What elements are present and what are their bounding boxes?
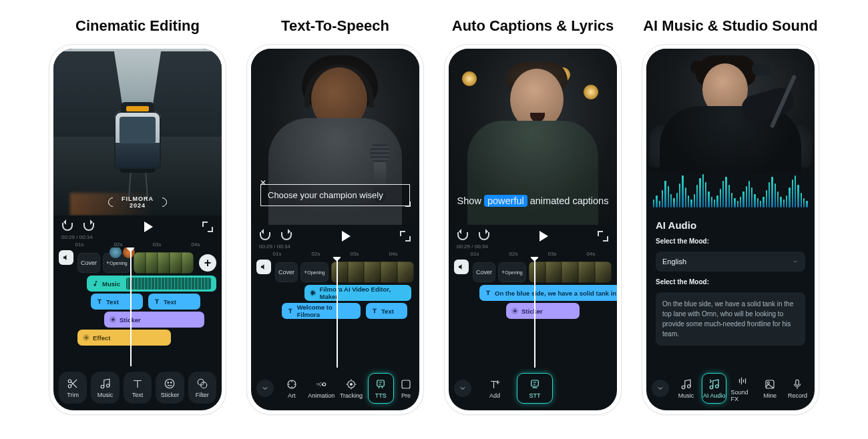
- section-title: AI Audio: [656, 220, 805, 231]
- text-button[interactable]: Text: [124, 372, 152, 404]
- animation-button[interactable]: Animation: [308, 373, 335, 404]
- panel-captions: Auto Captions & Lyrics Show powerful ani…: [444, 13, 622, 415]
- video-preview[interactable]: FILMORA2024: [53, 49, 222, 215]
- music-button[interactable]: Music: [91, 372, 119, 404]
- fullscreen-icon[interactable]: [597, 230, 609, 242]
- ai-voice-clip[interactable]: 🗣Filmora AI Video Editor, Maker: [304, 285, 411, 301]
- description-box[interactable]: On the blue side, we have a solid tank i…: [656, 292, 805, 346]
- tts-button[interactable]: TTS: [368, 373, 394, 404]
- play-icon[interactable]: [537, 230, 550, 242]
- mute-icon[interactable]: [256, 260, 271, 274]
- svg-rect-15: [377, 380, 385, 386]
- resize-handle-icon[interactable]: [405, 201, 411, 207]
- cover-cell[interactable]: Cover: [275, 262, 298, 282]
- opening-cell[interactable]: +Opening: [498, 262, 526, 282]
- preset-button[interactable]: Pre: [398, 373, 414, 404]
- svg-point-3: [106, 384, 110, 387]
- playhead[interactable]: [534, 257, 535, 368]
- text-clip[interactable]: Text: [91, 294, 143, 310]
- close-icon[interactable]: ✕: [260, 178, 266, 187]
- expand-icon[interactable]: [652, 380, 669, 397]
- sticker-button[interactable]: Sticker: [156, 372, 184, 404]
- filter-button[interactable]: Filter: [188, 372, 216, 404]
- play-icon[interactable]: [142, 221, 154, 233]
- mood-label-2: Select the Mood:: [656, 278, 805, 286]
- fullscreen-icon[interactable]: [202, 221, 214, 233]
- add-clip-button[interactable]: +: [199, 254, 216, 272]
- video-preview[interactable]: Show powerful animated captions: [449, 49, 617, 225]
- time-ruler[interactable]: 01s02s03s04s: [53, 240, 222, 248]
- timeline[interactable]: Cover +Opening + Music Text Text ✦Sticke…: [53, 248, 222, 366]
- mute-icon[interactable]: [59, 250, 73, 265]
- svg-point-14: [351, 383, 353, 385]
- svg-point-12: [317, 383, 319, 385]
- playhead[interactable]: [337, 257, 338, 368]
- timecode: 00:29 / 00:34: [449, 244, 617, 250]
- panel-cinematic: Cinematic Editing FILMORA2024 00:29 / 00…: [49, 13, 226, 415]
- timeline[interactable]: Cover +Opening On the blue side, we have…: [449, 257, 617, 368]
- timeline[interactable]: Cover +Opening 🗣Filmora AI Video Editor,…: [251, 257, 419, 368]
- svg-point-4: [166, 379, 175, 388]
- undo-icon[interactable]: [457, 230, 469, 242]
- music-button[interactable]: Music: [674, 373, 698, 404]
- panel-title: AI Music & Studio Sound: [643, 17, 818, 35]
- soundfx-button[interactable]: Sound FX: [730, 373, 754, 404]
- svg-rect-16: [402, 380, 410, 388]
- sticker-clip[interactable]: ✦Sticker: [104, 312, 204, 328]
- cover-cell[interactable]: Cover: [77, 253, 100, 273]
- time-ruler[interactable]: 01s02s03s04s: [251, 250, 419, 257]
- tts-caption-input[interactable]: ✕ Choose your champion wisely: [260, 184, 410, 206]
- svg-point-11: [319, 382, 322, 386]
- text-clip[interactable]: Text: [366, 303, 407, 319]
- redo-icon[interactable]: [83, 221, 95, 233]
- add-text-button[interactable]: Add: [477, 373, 513, 404]
- text-clip[interactable]: Text: [148, 294, 200, 310]
- mood-select[interactable]: English: [656, 252, 805, 272]
- toolbar: Add STT: [449, 368, 617, 410]
- redo-icon[interactable]: [478, 230, 490, 242]
- svg-point-10: [323, 382, 327, 386]
- time-ruler[interactable]: 01s02s03s04s: [449, 250, 617, 257]
- record-button[interactable]: Record: [786, 373, 809, 404]
- ai-art-button[interactable]: Art: [279, 373, 304, 404]
- toolbar: Art Animation Tracking TTS Pre: [251, 368, 419, 410]
- stt-button[interactable]: STT: [517, 373, 553, 404]
- svg-point-23: [767, 382, 769, 384]
- mood-label: Select the Mood:: [656, 238, 805, 245]
- panel-title: Cinematic Editing: [75, 17, 200, 35]
- svg-point-20: [710, 386, 713, 389]
- toolbar: Trim Music Text Sticker Filter: [53, 366, 222, 410]
- svg-rect-17: [531, 380, 539, 386]
- animated-caption: Show powerful animated captions: [449, 195, 617, 206]
- toolbar: Music AI Audio Sound FX Mine Record: [646, 368, 815, 410]
- undo-icon[interactable]: [259, 230, 271, 242]
- mine-button[interactable]: Mine: [758, 373, 782, 404]
- undo-icon[interactable]: [61, 221, 73, 233]
- mute-icon[interactable]: [454, 260, 469, 274]
- music-clip[interactable]: Music: [87, 276, 216, 292]
- expand-icon[interactable]: [256, 380, 274, 397]
- redo-icon[interactable]: [280, 230, 292, 242]
- effect-clip[interactable]: ✧Effect: [77, 330, 171, 346]
- tracking-button[interactable]: Tracking: [339, 373, 363, 404]
- video-preview[interactable]: [646, 49, 815, 173]
- svg-point-5: [168, 382, 169, 383]
- panel-title: Auto Captions & Lyrics: [452, 17, 614, 35]
- video-track[interactable]: [331, 262, 414, 283]
- cover-cell[interactable]: Cover: [473, 262, 495, 282]
- opening-cell[interactable]: +Opening: [300, 262, 329, 282]
- timecode: 00:29 / 00:34: [251, 244, 419, 250]
- caption-clip[interactable]: On the blue side, we have a solid tank i…: [479, 285, 617, 301]
- video-track[interactable]: [529, 262, 612, 283]
- ai-audio-button[interactable]: AI Audio: [702, 373, 726, 404]
- sticker-clip[interactable]: ✦Sticker: [506, 303, 580, 319]
- phone-frame: ✕ Choose your champion wisely 00:29 / 00…: [246, 44, 424, 415]
- expand-icon[interactable]: [454, 380, 471, 397]
- text-clip[interactable]: Welcome to Filmora: [282, 303, 361, 319]
- trim-button[interactable]: Trim: [59, 372, 87, 404]
- video-track[interactable]: [134, 252, 194, 274]
- video-preview[interactable]: ✕ Choose your champion wisely: [251, 49, 419, 225]
- fullscreen-icon[interactable]: [399, 230, 411, 242]
- playhead[interactable]: [130, 248, 132, 366]
- play-icon[interactable]: [340, 230, 352, 242]
